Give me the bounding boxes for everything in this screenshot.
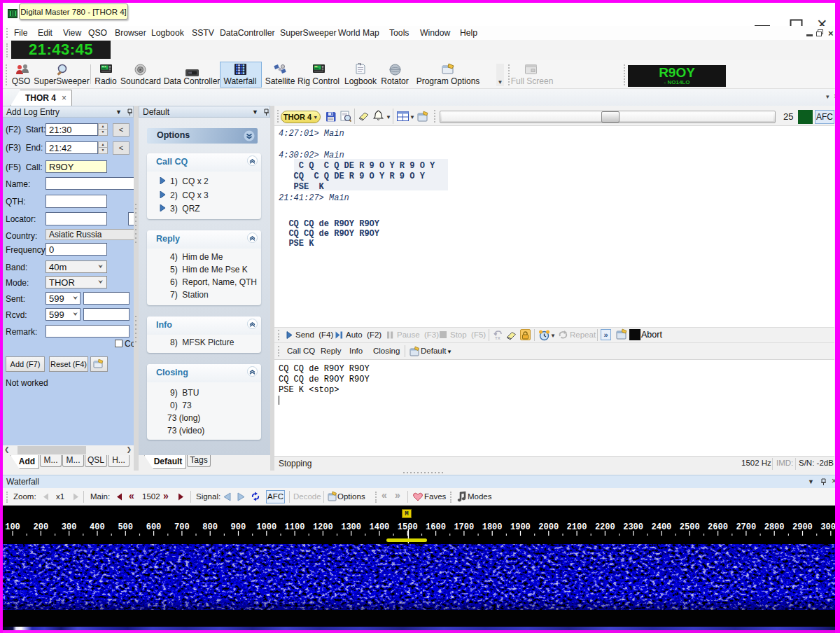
svg-text:1000: 1000 [256, 522, 276, 532]
svg-text:2300: 2300 [623, 522, 643, 532]
svg-text:2000: 2000 [538, 522, 559, 532]
svg-text:2800: 2800 [764, 522, 785, 532]
svg-text:2500: 2500 [680, 522, 700, 532]
svg-text:2200: 2200 [595, 522, 615, 532]
svg-text:1400: 1400 [369, 522, 389, 532]
svg-text:TX: TX [495, 336, 500, 340]
svg-text:1500: 1500 [398, 522, 418, 532]
svg-text:2400: 2400 [651, 522, 671, 532]
svg-text:800: 800 [202, 522, 218, 532]
svg-text:2100: 2100 [567, 522, 587, 532]
svg-text:700: 700 [174, 522, 190, 532]
svg-text:600: 600 [146, 522, 162, 532]
svg-text:2600: 2600 [708, 522, 728, 532]
svg-text:3000: 3000 [820, 522, 835, 532]
svg-text:500: 500 [118, 522, 133, 532]
svg-text:100: 100 [5, 522, 20, 532]
svg-text:2700: 2700 [736, 522, 756, 532]
svg-text:2900: 2900 [792, 522, 813, 532]
svg-text:1600: 1600 [426, 522, 446, 532]
svg-text:400: 400 [90, 522, 105, 532]
svg-text:1100: 1100 [285, 522, 305, 532]
svg-text:300: 300 [62, 522, 77, 532]
svg-text:1300: 1300 [341, 522, 361, 532]
svg-text:1200: 1200 [313, 522, 333, 532]
svg-text:200: 200 [33, 522, 48, 532]
svg-text:1900: 1900 [510, 522, 531, 532]
svg-text:1800: 1800 [482, 522, 503, 532]
svg-text:900: 900 [231, 522, 246, 532]
svg-text:1700: 1700 [454, 522, 474, 532]
